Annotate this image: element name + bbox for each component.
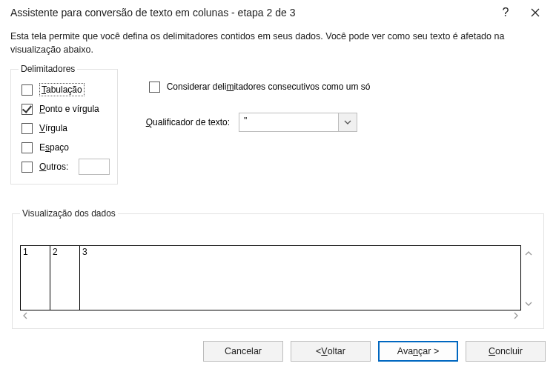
next-button[interactable]: Avançar > [378, 341, 458, 362]
preview-group: Visualização dos dados 1 2 3 [12, 208, 544, 329]
consecutive-checkbox[interactable] [149, 82, 160, 93]
semicolon-label: Ponto e vírgula [39, 104, 99, 114]
tab-checkbox[interactable] [21, 84, 33, 96]
vertical-scrollbar[interactable] [521, 245, 536, 310]
delimiters-legend: Delimitadores [19, 64, 77, 74]
scroll-right-icon [514, 311, 518, 322]
scroll-up-icon [525, 248, 532, 258]
other-label: Outros: [39, 162, 68, 172]
finish-button[interactable]: Concluir [466, 341, 546, 362]
scroll-down-icon [525, 298, 532, 308]
button-bar: Cancelar < Voltar Avançar > Concluir [0, 329, 556, 362]
preview-col: 2 [50, 246, 80, 310]
preview-legend: Visualização dos dados [20, 208, 118, 219]
horizontal-scrollbar[interactable] [20, 309, 521, 324]
scroll-left-icon [23, 311, 27, 322]
close-button[interactable] [520, 1, 550, 24]
titlebar: Assistente para conversão de texto em co… [0, 0, 556, 25]
dialog-title: Assistente para conversão de texto em co… [10, 7, 491, 19]
qualifier-value: " [239, 113, 338, 132]
semicolon-checkbox[interactable] [21, 104, 33, 115]
chevron-down-icon [338, 113, 357, 132]
tab-label: Tabulação [39, 84, 85, 95]
other-checkbox[interactable] [21, 162, 33, 173]
other-input[interactable] [79, 159, 110, 175]
preview-table: 1 2 3 [20, 245, 521, 310]
preview-col: 3 [80, 246, 520, 310]
consecutive-label: Considerar delimitadores consecutivos co… [167, 82, 371, 92]
help-button[interactable]: ? [491, 1, 520, 24]
qualifier-select[interactable]: " [239, 113, 357, 132]
preview-col: 1 [21, 246, 50, 310]
space-checkbox[interactable] [21, 142, 33, 153]
qualifier-label: Qualificador de texto: [146, 117, 230, 127]
space-label: Espaço [39, 142, 69, 153]
back-button[interactable]: < Voltar [291, 341, 371, 362]
comma-label: Vírgula [39, 123, 67, 133]
comma-checkbox[interactable] [21, 123, 33, 134]
delimiters-group: Delimitadores Tabulação Ponto e vírgula … [10, 64, 118, 185]
intro-text: Esta tela permite que você defina os del… [10, 30, 546, 56]
cancel-button[interactable]: Cancelar [203, 341, 283, 362]
